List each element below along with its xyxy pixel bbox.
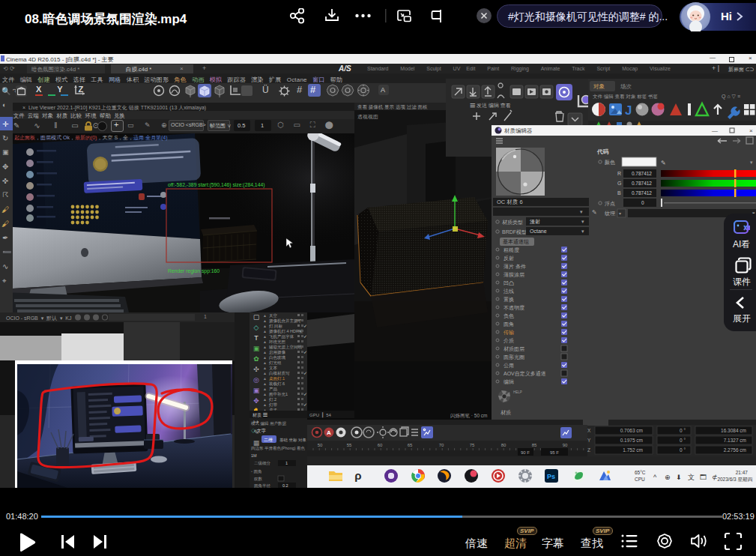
svg-text:环境光照: 环境光照 [269, 339, 286, 345]
svg-text:不透明度: 不透明度 [504, 305, 524, 311]
svg-text:1M: 1M [251, 453, 257, 458]
svg-text:◇: ◇ [254, 324, 259, 331]
svg-text:飞机产品字体: 飞机产品字体 [269, 334, 294, 339]
svg-text:90 F: 90 F [521, 450, 530, 455]
svg-text:凹凸: 凹凸 [504, 280, 514, 285]
svg-text:✓: ✓ [303, 324, 307, 328]
svg-text:▲: ▲ [263, 345, 267, 349]
svg-text:X: X [587, 428, 591, 433]
svg-text:薄膜涂层: 薄膜涂层 [504, 272, 524, 278]
svg-text:GPU▕▏54: GPU▕▏54 [309, 412, 332, 418]
svg-text:文: 文 [688, 474, 695, 481]
svg-text:▲: ▲ [263, 360, 267, 365]
svg-text:✥: ✥ [253, 397, 259, 405]
svg-text:✣: ✣ [253, 366, 259, 373]
svg-text:薄片 条件: 薄片 条件 [504, 264, 526, 270]
svg-text:55: 55 [347, 443, 352, 447]
svg-text:◎: ◎ [253, 376, 259, 384]
svg-text:HELP: HELP [513, 390, 522, 394]
svg-text:白模材质写: 白模材质写 [269, 371, 290, 376]
svg-text:天空: 天空 [269, 313, 277, 318]
svg-text:材质: 材质 [501, 410, 511, 416]
svg-text:▾: ▾ [581, 219, 584, 224]
svg-text:▾: ▾ [750, 160, 753, 165]
svg-text:圆形光圈: 圆形光圈 [504, 354, 524, 360]
svg-text:产品: 产品 [269, 387, 278, 391]
svg-text:材质图层: 材质图层 [504, 346, 524, 352]
svg-text:65°C: 65°C [635, 470, 646, 475]
svg-text:二级细分: 二级细分 [254, 461, 271, 466]
svg-text:Q ⌂ ▽ ≡: Q ⌂ ▽ ≡ [722, 94, 740, 100]
svg-text:基本通道组: 基本通道组 [503, 238, 529, 244]
svg-text:▲: ▲ [263, 318, 267, 323]
svg-text:▲: ▲ [263, 313, 267, 318]
svg-text:T: T [254, 334, 258, 342]
svg-text:AOV自定义多通道: AOV自定义多通道 [504, 370, 546, 377]
svg-text:60: 60 [378, 443, 383, 447]
svg-text:✓: ✓ [303, 392, 307, 396]
svg-text:▲: ▲ [263, 324, 267, 328]
svg-text:95 F: 95 F [550, 450, 559, 455]
svg-text:☰ 发送 编辑 查看: ☰ 发送 编辑 查看 [470, 103, 511, 108]
svg-text:🗔: 🗔 [700, 474, 707, 481]
svg-text:0 °: 0 ° [680, 438, 686, 443]
svg-text:Octane: Octane [530, 229, 547, 234]
svg-text:1: 1 [285, 461, 288, 465]
svg-text:✿: ✿ [253, 355, 259, 363]
svg-text:闪烁画笔 · 50 cm: 闪烁画笔 · 50 cm [450, 413, 487, 419]
svg-text:材质编辑器: 材质编辑器 [504, 127, 533, 134]
svg-text:✓: ✓ [303, 402, 307, 407]
svg-text:二维: 二维 [264, 437, 273, 442]
svg-text:置换: 置换 [504, 297, 514, 303]
svg-text:1.752 cm: 1.752 cm [623, 447, 643, 453]
svg-text:✓: ✓ [303, 350, 307, 354]
svg-text:▲: ▲ [263, 355, 267, 360]
svg-text:50: 50 [318, 443, 323, 447]
svg-text:✓: ✓ [303, 334, 307, 339]
svg-text:85: 85 [532, 443, 537, 447]
svg-text:off:-582,-389 start:(590,146): off:-582,-389 start:(590,146) size:(284,… [168, 182, 264, 188]
svg-text:BRDF模型: BRDF模型 [502, 229, 527, 235]
svg-text:Render region spp:160: Render region spp:160 [168, 268, 220, 274]
svg-text:0.7063 cm: 0.7063 cm [620, 428, 643, 433]
svg-text:▲: ▲ [263, 376, 267, 381]
svg-text:负色: 负色 [504, 313, 514, 318]
svg-text:◇ 文字: ◇ 文字 [251, 428, 266, 433]
svg-text:公用: 公用 [504, 363, 514, 369]
svg-text:▣: ▣ [253, 345, 260, 352]
svg-text:⊕: ⊕ [665, 474, 671, 481]
svg-text:白色玻璃: 白色玻璃 [269, 355, 286, 360]
svg-text:▲: ▲ [263, 371, 267, 375]
svg-text:OC 材质 6: OC 材质 6 [497, 199, 523, 205]
svg-text:摄像机合并主摄于: 摄像机合并主摄于 [269, 318, 303, 324]
svg-text:◦ 圆角: ◦ 圆角 [251, 469, 261, 474]
svg-text:圆角: 圆角 [504, 321, 514, 327]
svg-text:桌面灯.1: 桌面灯.1 [269, 376, 285, 381]
svg-text:75: 75 [470, 443, 475, 447]
svg-text:0.1975 cm: 0.1975 cm [620, 438, 643, 443]
svg-text:代码: 代码 [596, 148, 609, 155]
svg-text:✎: ✎ [592, 209, 597, 216]
svg-text:0 °: 0 ° [680, 428, 686, 433]
svg-text:▲: ▲ [263, 334, 267, 339]
svg-text:✎: ✎ [661, 160, 666, 166]
svg-text:浮点: 浮点 [605, 201, 615, 207]
svg-text:四边形 平滑着色(Phong) 着色: 四边形 平滑着色(Phong) 着色 [251, 446, 306, 451]
svg-text:0.787412: 0.787412 [632, 171, 652, 176]
svg-text:▾: ▾ [581, 229, 584, 234]
svg-text:2.2756 cm: 2.2756 cm [724, 447, 746, 453]
svg-text:2023/6/3 星期四: 2023/6/3 星期四 [717, 477, 752, 482]
svg-text:—: — [712, 127, 718, 134]
svg-text:Ps: Ps [547, 473, 555, 480]
svg-text:透视视图: 透视视图 [357, 114, 378, 120]
svg-text:✓: ✓ [303, 371, 307, 375]
svg-text:7.1327 cm: 7.1327 cm [724, 438, 746, 443]
svg-text:65: 65 [408, 443, 413, 447]
svg-text:起止面板，图层模式 Ok，最新的(0)，天空 S，全，适用: 起止面板，图层模式 Ok，最新的(0)，天空 S，全，适用 全月第(4) [14, 134, 168, 141]
svg-text:B: B [617, 190, 621, 196]
svg-text:R: R [617, 171, 621, 176]
svg-text:ρ: ρ [354, 469, 361, 482]
svg-text:灯.2: 灯.2 [269, 397, 276, 402]
svg-text:材质 ☰: 材质 ☰ [252, 413, 267, 418]
svg-text:粗糙度: 粗糙度 [504, 247, 519, 253]
